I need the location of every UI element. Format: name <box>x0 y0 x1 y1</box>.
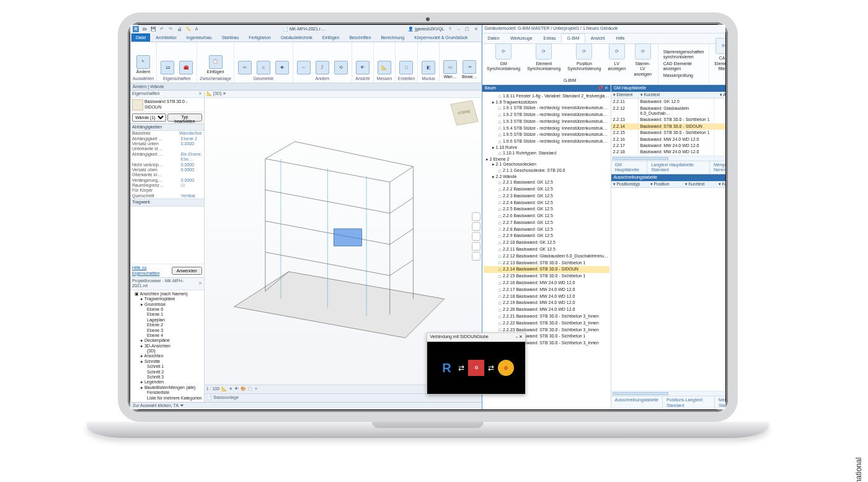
tree-node[interactable]: ⌂ 2.2.5 Basiswand: GK 12.5 <box>484 206 609 213</box>
tree-node[interactable]: ⌂ 2.2.12 Basiswand: Glasbaustein 6.0_Dus… <box>484 253 609 260</box>
tree-node[interactable]: ▸ 2 Ebene 2 <box>484 157 609 162</box>
tree-node[interactable]: ⌂ 2.2.20 Basiswand: MW 24.0 WD 12.0 <box>484 306 609 313</box>
type-name[interactable]: Basiswand STB 30.0 - SIDOUN <box>144 99 202 110</box>
bottom-tabs[interactable]: 📄Basisvorlage <box>205 393 482 402</box>
table-row[interactable]: 2.2.18Basiswand: MW 24.0 WD 12.0113,00 <box>611 149 726 155</box>
tree-node[interactable]: ▸ Tragwerkspläne <box>132 297 202 301</box>
ribbon-button[interactable]: ✂ <box>237 60 253 76</box>
tree-node[interactable]: ⌂ 2.2.19 Basiswand: MW 24.0 WD 12.0 <box>484 300 609 306</box>
tree-node[interactable]: ▸ 1.10 Rohre <box>484 145 609 150</box>
tree-node[interactable]: Schnitt 2 <box>132 370 202 375</box>
table-row[interactable]: 2.2.14Basiswand: STB 30.0 - SIDOUN110,00 <box>611 123 726 130</box>
tree-node[interactable]: Ebene 0 <box>132 307 202 312</box>
tree-node[interactable]: ⌂ 2.2.13 Basiswand: STB 30.0 - Sichtbeto… <box>484 259 609 266</box>
tree-node[interactable]: Ebene 4 <box>132 333 202 338</box>
ribbon-button[interactable]: ↖Ändern <box>135 54 152 76</box>
table-row[interactable]: 2.2.16Basiswand: MW 24.0 WD 12.0115,00 <box>611 136 726 143</box>
tree-node[interactable]: ▸ Bauteillisten/Mengen (alle) <box>132 385 202 390</box>
tree-node[interactable]: ⌂ 1.9.6 STB Stütze - rechteckig: Innenst… <box>484 138 609 145</box>
save-icon[interactable]: 💾 <box>150 26 156 32</box>
dialog-close-icon[interactable]: ✕ <box>519 334 523 339</box>
h-scrollbar[interactable] <box>611 156 726 161</box>
ribbon-tab[interactable]: Körpermodell & Grundstück <box>410 33 472 42</box>
ribbon-button[interactable]: ⤴ <box>314 60 330 76</box>
ribbon-button[interactable]: □ <box>398 60 414 76</box>
help-properties-link[interactable]: Hilfe zu Eigenschaften <box>130 264 170 277</box>
prop-row[interactable]: BasislinieWandachse <box>130 131 204 136</box>
tree-node[interactable]: Schnitt 3 <box>132 375 202 380</box>
tree-node[interactable]: Ebene 3 <box>132 328 202 333</box>
tree-node[interactable]: ⌂ 2.2.10 Basiswand: GK 12.5 <box>484 239 609 246</box>
tree-node[interactable]: Ebene 1 <box>132 312 202 317</box>
prop-row[interactable]: Oberkante id… <box>130 172 204 177</box>
tree-node[interactable]: ▸ 1.9 Tragwerksstützen <box>484 100 609 105</box>
tree-node[interactable]: ▸ 3D-Ansichten <box>132 344 202 349</box>
ribbon-button[interactable]: 👁 <box>355 60 371 76</box>
bottom-tab[interactable]: Positions-Langtext: Standard <box>663 396 715 409</box>
panel-close-icon[interactable]: ✕ <box>604 86 608 90</box>
tree-node[interactable]: ⌂ 2.2.21 Basiswand: STB 30.0 - Sichtbeto… <box>484 313 609 320</box>
print-icon[interactable]: 🖨 <box>176 26 182 32</box>
gm-bottom-tabs[interactable]: GM HaupttabelleLangtext Haupttabelle: St… <box>611 161 726 174</box>
ribbon-button[interactable]: 🗂 <box>159 60 175 76</box>
ribbon-button[interactable]: ⟳Element Synchronisierung <box>526 42 562 78</box>
bottom-tab[interactable]: GM Haupttabelle <box>611 161 648 174</box>
ribbon-link[interactable]: CAD Elemente anzeigen <box>663 61 704 72</box>
prop-row[interactable]: Für Körper <box>130 188 204 193</box>
tree-node[interactable]: ⌂ 2.2.15 Basiswand: STB 30.0 - Sichtbeto… <box>484 273 609 280</box>
ribbon-button[interactable]: ⟳CAD Elemente filtern <box>713 37 725 78</box>
tree-node[interactable]: ▸ Grundrisse <box>132 302 202 307</box>
bottom-tab[interactable]: Mengenermittlung: Standard <box>715 396 725 409</box>
table-row[interactable]: 2.2.11Basiswand: GK 12.5112,00 <box>611 99 726 105</box>
maximize-icon[interactable]: ▢ <box>464 26 471 32</box>
tree-node[interactable]: ▸ Ansichten <box>132 354 202 359</box>
ribbon-button[interactable]: ⟳Stamm-LV anzeigen <box>632 42 654 78</box>
redo-icon[interactable]: ↷ <box>167 26 174 32</box>
prop-row[interactable]: Abhängigkeit …Bis Ebene: Ebe… <box>130 152 204 163</box>
close-icon[interactable]: ✕ <box>473 26 479 32</box>
tree-node[interactable]: ▸ Schnitte <box>132 359 202 364</box>
ribbon-button[interactable]: ⟳Position Synchronisierung <box>567 42 602 78</box>
tree-node[interactable]: ⌂ 2.2.4 Basiswand: GK 12.5 <box>484 199 609 206</box>
table-row[interactable]: 2.2.13Basiswand: STB 30.0 - Sichtbeton 1… <box>611 117 726 123</box>
tree-node[interactable]: Schnitt 1 <box>132 364 202 369</box>
ribbon-button[interactable]: ◧ <box>420 60 436 76</box>
measure-icon[interactable]: 📏 <box>185 26 191 32</box>
tree-node[interactable]: ▣ Ansichten (nach Namen) <box>132 292 202 297</box>
prop-row[interactable]: Abhängigkeit …Ebene 2 <box>130 136 204 141</box>
prop-row[interactable]: Verlängerung…0.0000 <box>130 178 204 183</box>
pan-icon[interactable] <box>472 222 480 231</box>
open-icon[interactable]: 🗁 <box>141 26 148 32</box>
undo-icon[interactable]: ↶ <box>159 26 165 32</box>
tree-node[interactable]: ⌂ 2.1.1 Geschossdecke: STB 20.0 <box>484 167 609 174</box>
tree-node[interactable]: ▸ 2.1 Geschossdecken <box>484 162 609 167</box>
gm-table-header[interactable]: ▾ Element ▾ Kurztext ▾ Anzahl ▾ Menge <box>611 92 726 99</box>
ribbon-button[interactable]: ⇥Bewe… <box>461 59 479 81</box>
tree-node[interactable]: ⌂ 1.9.3 STB Stütze - rechteckig: Innenst… <box>484 118 609 125</box>
tree-node[interactable]: Ebene 2 <box>132 323 202 328</box>
ribbon-button[interactable]: ✚ <box>274 60 290 76</box>
tree-node[interactable]: ⌂ 2.2.1 Basiswand: GK 12.5 <box>484 179 609 186</box>
edit-type-button[interactable]: Typ bearbeiten <box>167 114 202 122</box>
tree-node[interactable]: Liste für mehrere Kategorien <box>132 396 202 401</box>
tree-node[interactable]: ⌂ 2.2.14 Basiswand: STB 30.0 - SIDOUN <box>484 266 609 273</box>
selection-filter[interactable]: Wände (1) <box>132 114 166 122</box>
ribbon-tab[interactable]: Stahlbau <box>218 33 244 42</box>
ribbon-tab[interactable]: Datei <box>131 33 150 42</box>
tree-node[interactable]: ⌂ 1.10.1 Rohrtypen: Standard <box>484 150 609 157</box>
steering-wheel-icon[interactable] <box>472 212 480 221</box>
bottom-tab[interactable]: Langtext Haupttabelle: Standard <box>647 161 710 174</box>
apply-button[interactable]: Anwenden <box>172 267 202 275</box>
table-row[interactable]: 2.2.15Basiswand: STB 30.0 - Sichtbeton 1… <box>611 130 726 136</box>
prop-row[interactable]: Versatz unten0.0000 <box>130 141 204 146</box>
tree-node[interactable]: Fensterliste <box>132 390 202 395</box>
ribbon-button[interactable]: 🧰 <box>178 60 194 76</box>
orbit-icon[interactable] <box>472 242 480 251</box>
prop-row[interactable]: Unterkante id… <box>130 146 204 151</box>
tree-node[interactable]: ⌂ 2.2.3 Basiswand: GK 12.5 <box>484 193 609 200</box>
tree-node[interactable]: ⌂ 1.9.1 STB Stütze - rechteckig: Innenst… <box>484 105 609 112</box>
ribbon-button[interactable]: ⎌ <box>255 60 272 76</box>
view-tab[interactable]: 📐 {3D} ✕ <box>206 91 227 96</box>
tree-node[interactable]: ⌂ 2.2.6 Basiswand: GK 12.5 <box>484 213 609 220</box>
prop-row[interactable]: Versatz oben0.0000 <box>130 167 204 172</box>
